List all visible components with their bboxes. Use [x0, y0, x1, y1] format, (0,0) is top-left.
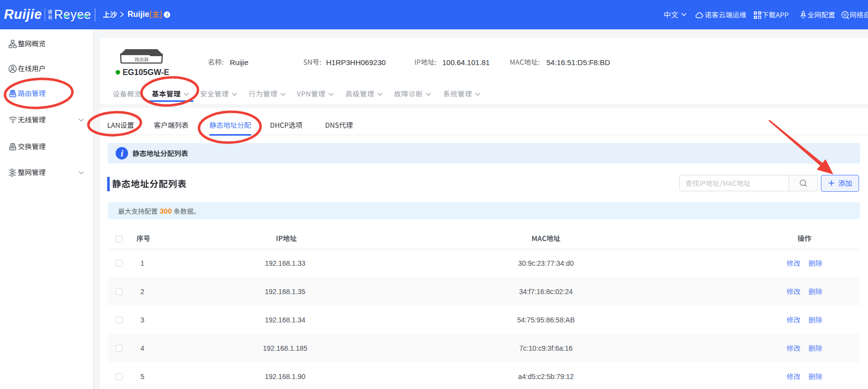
svg-text:i: i — [166, 12, 168, 17]
svg-text:i: i — [121, 148, 124, 158]
